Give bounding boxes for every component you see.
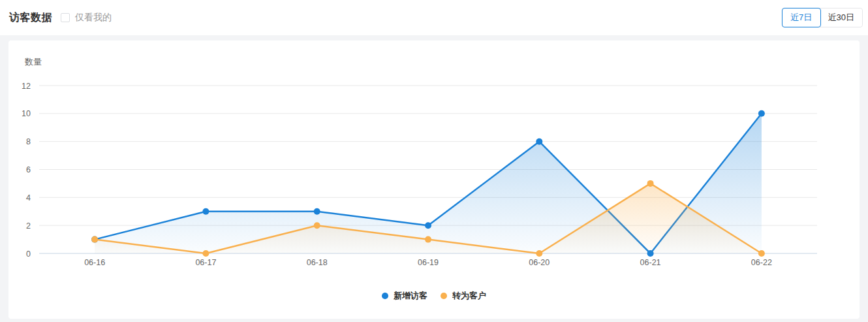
data-point-new-visitors[interactable]	[425, 222, 431, 229]
x-tick-label: 06-21	[640, 258, 661, 267]
legend-item-converted-customers[interactable]: 转为客户	[441, 290, 486, 302]
only-mine-checkbox[interactable]: 仅看我的	[61, 12, 112, 24]
x-tick-label: 06-20	[529, 258, 550, 267]
x-tick-label: 06-19	[418, 258, 439, 267]
chart-legend: 新增访客 转为客户	[8, 290, 860, 302]
x-tick-label: 06-22	[751, 258, 772, 267]
data-point-new-visitors[interactable]	[314, 208, 320, 215]
range-last-7-days-button[interactable]: 近7日	[782, 8, 821, 27]
legend-dot-orange-icon	[441, 293, 447, 299]
y-axis-title: 数量	[25, 56, 42, 68]
data-point-converted-customers[interactable]	[91, 236, 98, 243]
checkbox-icon[interactable]	[61, 13, 70, 22]
data-point-converted-customers[interactable]	[202, 250, 209, 257]
data-point-converted-customers[interactable]	[647, 180, 654, 187]
checkbox-label: 仅看我的	[75, 12, 112, 24]
data-point-converted-customers[interactable]	[536, 250, 542, 257]
y-tick-label: 10	[22, 109, 31, 118]
page-title: 访客数据	[9, 11, 52, 25]
data-point-new-visitors[interactable]	[536, 138, 542, 145]
visitor-data-chart-card: 数量 02468101206-1606-1706-1806-1906-2006-…	[8, 40, 860, 319]
y-tick-label: 12	[22, 82, 31, 91]
x-tick-label: 06-18	[307, 258, 328, 267]
y-tick-label: 6	[26, 165, 31, 174]
legend-label-new-visitors: 新增访客	[394, 290, 427, 302]
legend-label-converted-customers: 转为客户	[452, 290, 486, 302]
x-tick-label: 06-17	[195, 258, 216, 267]
data-point-converted-customers[interactable]	[425, 236, 431, 243]
data-point-converted-customers[interactable]	[314, 222, 320, 229]
legend-dot-blue-icon	[382, 293, 388, 299]
header-bar: 访客数据 仅看我的 近7日 近30日	[0, 0, 868, 35]
data-point-new-visitors[interactable]	[758, 110, 765, 117]
line-chart: 02468101206-1606-1706-1806-1906-2006-210…	[8, 76, 860, 272]
date-range-toggle: 近7日 近30日	[782, 8, 863, 27]
legend-item-new-visitors[interactable]: 新增访客	[382, 290, 427, 302]
y-tick-label: 2	[26, 221, 31, 231]
x-tick-label: 06-16	[84, 258, 105, 267]
range-last-30-days-button[interactable]: 近30日	[820, 8, 862, 27]
data-point-converted-customers[interactable]	[758, 250, 765, 257]
data-point-new-visitors[interactable]	[202, 208, 209, 215]
y-tick-label: 4	[26, 193, 31, 202]
y-tick-label: 8	[26, 137, 31, 146]
y-tick-label: 0	[26, 250, 31, 259]
